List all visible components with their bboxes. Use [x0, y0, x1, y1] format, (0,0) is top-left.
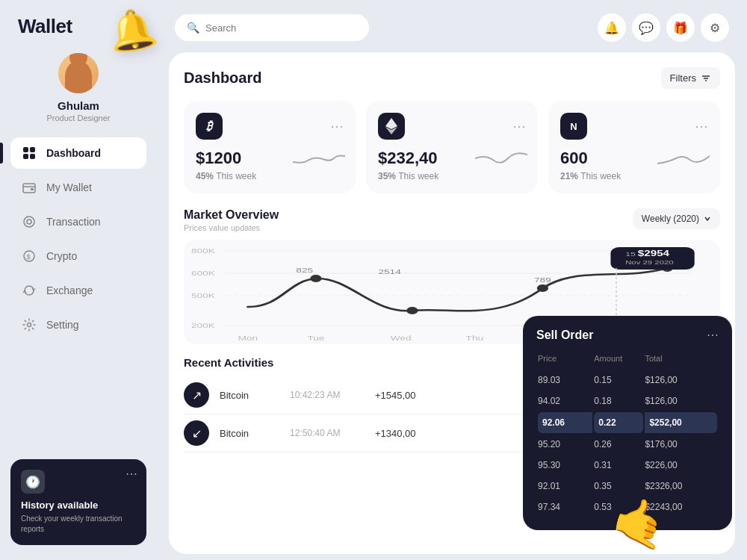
exchange-icon	[21, 282, 37, 299]
user-role: Product Designer	[47, 113, 111, 122]
app-logo: Wallet	[0, 15, 157, 46]
header: 🔍 🔔 💬 🎁 ⚙	[157, 0, 747, 49]
btc-icon: ₿	[196, 113, 223, 140]
search-input[interactable]	[205, 22, 357, 34]
sidebar-item-setting-label: Setting	[46, 319, 79, 331]
col-price: Price	[538, 354, 592, 369]
activity-time-2: 12:50:40 AM	[290, 428, 365, 438]
btc-sparkline	[293, 147, 345, 172]
neo-change: 21% This week	[560, 171, 708, 181]
svg-text:789: 789	[534, 276, 551, 283]
svg-rect-3	[30, 154, 35, 159]
eth-change: 35% This week	[378, 171, 526, 181]
neo-icon: N	[560, 113, 587, 140]
gift-button[interactable]: 🎁	[666, 13, 695, 42]
sell-row-2: 94.02 0.18 $126,00	[538, 391, 717, 411]
sidebar-item-dashboard-label: Dashboard	[46, 147, 101, 159]
sell-row-6: 92.01 0.35 $2326,00	[538, 476, 717, 496]
message-button[interactable]: 💬	[632, 13, 660, 42]
sidebar-item-setting[interactable]: Setting	[10, 309, 146, 340]
svg-text:$2954: $2954	[638, 249, 670, 258]
avatar	[58, 53, 99, 93]
eth-sparkline	[475, 147, 527, 172]
svg-rect-4	[23, 184, 35, 193]
svg-text:800K: 800K	[191, 247, 215, 254]
sidebar-item-transaction-label: Transaction	[46, 216, 101, 228]
svg-point-26	[537, 284, 548, 292]
col-total: Total	[645, 354, 717, 369]
svg-point-7	[27, 220, 31, 224]
sell-row-1: 89.03 0.15 $126,00	[538, 370, 717, 390]
sidebar-item-crypto[interactable]: $ Crypto	[10, 240, 146, 272]
search-bar[interactable]: 🔍	[175, 14, 369, 41]
filters-button[interactable]: Filters	[661, 67, 720, 89]
activity-amount-1: +1545,00	[375, 390, 442, 401]
neo-card: N ⋯ 600 21% This week	[548, 101, 720, 193]
svg-marker-14	[385, 118, 397, 129]
svg-text:15: 15	[625, 251, 636, 258]
sell-order-menu[interactable]: ⋯	[707, 328, 719, 342]
history-card: ⋯ 🕐 History available Check your weekly …	[10, 459, 146, 545]
sell-order-table: Price Amount Total 89.03 0.15 $126,00 94…	[536, 352, 719, 518]
svg-rect-0	[23, 147, 28, 152]
sidebar-item-exchange-label: Exchange	[46, 284, 93, 296]
sidebar-item-dashboard[interactable]: Dashboard	[10, 137, 146, 169]
activity-icon-2: ↙	[184, 420, 209, 446]
history-icon: 🕐	[21, 470, 45, 494]
col-amount: Amount	[594, 354, 643, 369]
sidebar-navigation: Dashboard My Wallet Transaction $ Crypto…	[0, 137, 157, 459]
dashboard-title: Dashboard	[184, 69, 261, 87]
svg-text:Tue: Tue	[307, 335, 324, 341]
market-subtitle: Prices value updates	[184, 223, 279, 232]
history-title: History available	[21, 500, 136, 511]
search-icon: 🔍	[187, 22, 199, 34]
svg-text:500K: 500K	[191, 292, 215, 299]
weekly-filter-button[interactable]: Weekly (2020)	[633, 208, 720, 229]
sidebar: Wallet Ghulam Product Designer Dashboard…	[0, 0, 157, 560]
svg-text:2514: 2514	[378, 268, 401, 275]
user-profile: Ghulam Product Designer	[0, 46, 157, 137]
notification-button[interactable]: 🔔	[598, 13, 626, 42]
sell-row-3-highlighted: 92.06 0.22 $252,00	[538, 412, 717, 433]
filters-label: Filters	[670, 72, 696, 84]
svg-text:600K: 600K	[191, 270, 215, 276]
svg-text:Mon: Mon	[238, 335, 258, 341]
sell-row-7: 97.34 0.53 $2243,00	[538, 497, 717, 517]
header-actions: 🔔 💬 🎁 ⚙	[598, 13, 729, 42]
settings-button[interactable]: ⚙	[701, 13, 729, 42]
sell-order-title: Sell Order	[536, 329, 593, 342]
sidebar-item-mywallet[interactable]: My Wallet	[10, 172, 146, 203]
market-title: Market Overview	[184, 208, 279, 222]
btc-card-menu[interactable]: ⋯	[330, 118, 344, 134]
sell-row-5: 95.30 0.31 $226,00	[538, 455, 717, 475]
history-card-menu[interactable]: ⋯	[125, 467, 137, 481]
svg-text:Wed: Wed	[391, 335, 412, 341]
activity-time-1: 10:42:23 AM	[290, 390, 365, 400]
history-subtitle: Check your weekly transaction reports	[21, 514, 136, 535]
eth-icon	[378, 113, 405, 140]
sidebar-item-transaction[interactable]: Transaction	[10, 206, 146, 237]
activity-name-2: Bitcoin	[220, 428, 279, 439]
eth-card: ⋯ $232,40 35% This week	[366, 101, 538, 193]
eth-card-menu[interactable]: ⋯	[512, 118, 526, 134]
user-name: Ghulam	[58, 99, 99, 112]
crypto-cards: ₿ ⋯ $1200 45% This week ⋯	[184, 101, 720, 193]
svg-text:$: $	[27, 253, 31, 261]
transaction-icon	[21, 214, 37, 230]
svg-rect-5	[31, 188, 34, 190]
activity-amount-2: +1340,00	[375, 428, 442, 439]
crypto-icon: $	[21, 248, 37, 264]
dashboard-icon	[21, 145, 37, 161]
svg-text:Thu: Thu	[466, 335, 484, 341]
neo-sparkline	[657, 147, 710, 172]
neo-card-menu[interactable]: ⋯	[695, 118, 708, 134]
wallet-icon	[21, 179, 37, 196]
sidebar-item-mywallet-label: My Wallet	[46, 181, 92, 193]
svg-point-24	[310, 275, 321, 282]
sidebar-item-crypto-label: Crypto	[46, 250, 77, 262]
svg-text:825: 825	[296, 267, 313, 273]
svg-text:200K: 200K	[191, 322, 215, 329]
svg-point-10	[28, 323, 31, 327]
sidebar-item-exchange[interactable]: Exchange	[10, 275, 146, 306]
svg-rect-1	[30, 147, 35, 152]
